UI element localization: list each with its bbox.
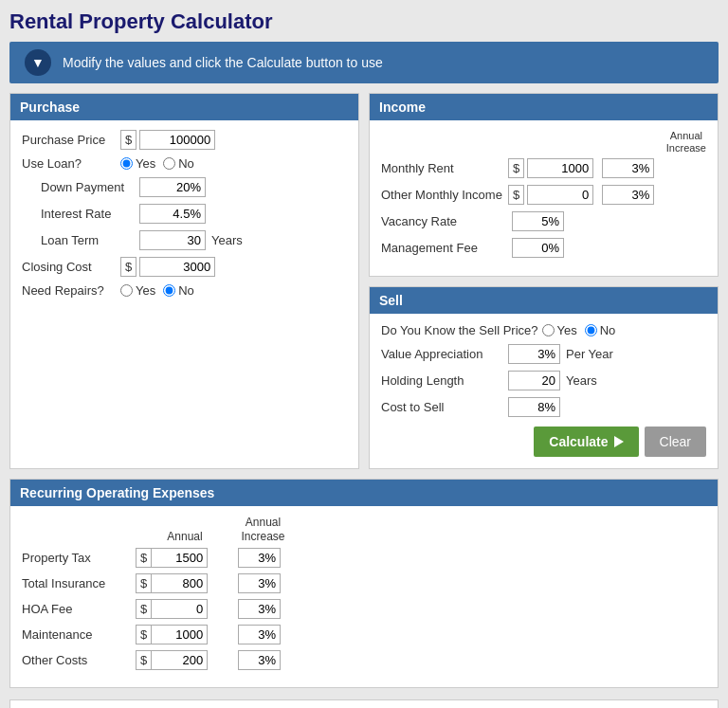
- use-loan-no-text: No: [178, 156, 194, 171]
- expense-row-1: Total Insurance $: [22, 573, 706, 593]
- need-repairs-no-radio[interactable]: [163, 284, 175, 297]
- use-loan-no-radio[interactable]: [163, 157, 175, 170]
- know-sell-price-row: Do You Know the Sell Price? Yes No: [381, 323, 706, 337]
- closing-cost-dollar: $: [120, 257, 136, 277]
- holding-length-suffix: Years: [566, 373, 597, 388]
- cost-to-sell-label: Cost to Sell: [381, 400, 504, 414]
- down-payment-row: Down Payment: [41, 177, 347, 197]
- purchase-price-dollar: $: [120, 130, 136, 150]
- annual-increase-note: AnnualIncrease: [666, 130, 706, 154]
- expense-annual-input-2[interactable]: [151, 599, 208, 619]
- management-fee-row: Management Fee: [381, 238, 706, 258]
- expense-name-4: Other Costs: [22, 653, 136, 667]
- value-appreciation-label: Value Appreciation: [381, 347, 504, 361]
- cost-to-sell-row: Cost to Sell: [381, 397, 706, 417]
- monthly-rent-increase[interactable]: [602, 158, 654, 178]
- monthly-rent-label: Monthly Rent: [381, 161, 504, 175]
- need-repairs-yes-radio[interactable]: [120, 284, 133, 297]
- action-buttons: Calculate Clear: [381, 427, 706, 457]
- expense-annual-input-4[interactable]: [151, 650, 208, 670]
- loan-term-suffix: Years: [211, 233, 243, 247]
- expense-annual-input-0[interactable]: [151, 548, 208, 568]
- need-repairs-row: Need Repairs? Yes No: [22, 283, 347, 298]
- vacancy-rate-input[interactable]: [512, 211, 564, 231]
- play-icon: [614, 436, 624, 447]
- closing-cost-input[interactable]: [139, 257, 215, 277]
- use-loan-yes-label[interactable]: Yes: [120, 156, 155, 171]
- use-loan-row: Use Loan? Yes No: [22, 156, 347, 171]
- value-appreciation-input[interactable]: [508, 344, 560, 364]
- expense-annual-input-1[interactable]: [151, 573, 208, 593]
- clear-button[interactable]: Clear: [645, 427, 706, 457]
- loan-term-input[interactable]: [139, 230, 206, 250]
- monthly-rent-row: Monthly Rent $: [381, 158, 706, 178]
- holding-length-row: Holding Length Years: [381, 371, 706, 390]
- sell-yes-label[interactable]: Yes: [542, 323, 577, 337]
- income-header: Income: [370, 94, 718, 120]
- management-fee-input[interactable]: [512, 238, 564, 258]
- expense-name-0: Property Tax: [22, 551, 136, 565]
- page-title: Rental Property Calculator: [9, 9, 719, 34]
- need-repairs-no-label[interactable]: No: [163, 283, 194, 298]
- expense-increase-input-0[interactable]: [238, 548, 281, 568]
- use-loan-yes-radio[interactable]: [120, 157, 133, 170]
- related-section: Related Investment CalculatorAverage Ret…: [9, 699, 719, 708]
- calculate-button[interactable]: Calculate: [534, 427, 638, 457]
- other-income-dollar: $: [508, 185, 524, 205]
- holding-length-label: Holding Length: [381, 373, 504, 388]
- interest-rate-input[interactable]: [139, 204, 206, 224]
- recurring-expenses-card: Recurring Operating Expenses Annual Annu…: [9, 479, 719, 688]
- annual-col-header: Annual: [137, 530, 232, 543]
- calculate-label: Calculate: [549, 434, 608, 449]
- expense-increase-input-4[interactable]: [238, 650, 281, 670]
- other-income-input[interactable]: [527, 185, 593, 205]
- sell-no-radio[interactable]: [585, 324, 597, 336]
- expense-rows: Property Tax $ Total Insurance $ HOA Fee…: [22, 548, 706, 670]
- holding-length-input[interactable]: [508, 371, 560, 390]
- use-loan-no-label[interactable]: No: [163, 156, 194, 171]
- purchase-card: Purchase Purchase Price $ Use Loan? Yes: [9, 93, 359, 469]
- need-repairs-label: Need Repairs?: [22, 283, 117, 298]
- expense-dollar-0: $: [136, 548, 152, 568]
- purchase-price-input[interactable]: [139, 130, 215, 150]
- info-bar: ▼ Modify the values and click the Calcul…: [9, 42, 719, 83]
- loan-term-label: Loan Term: [41, 233, 136, 247]
- purchase-header: Purchase: [10, 94, 358, 120]
- expense-dollar-3: $: [136, 625, 152, 644]
- expenses-column-headers: Annual AnnualIncrease: [22, 516, 706, 543]
- need-repairs-yes-label[interactable]: Yes: [120, 283, 155, 298]
- need-repairs-yes-text: Yes: [136, 283, 155, 298]
- expense-increase-input-3[interactable]: [238, 625, 281, 644]
- expense-increase-input-2[interactable]: [238, 599, 281, 619]
- expense-dollar-4: $: [136, 650, 152, 670]
- income-card: Income AnnualIncrease Monthly Rent $ Oth…: [369, 93, 719, 277]
- cost-to-sell-input[interactable]: [508, 397, 560, 417]
- expense-dollar-2: $: [136, 599, 152, 619]
- expense-row-4: Other Costs $: [22, 650, 706, 670]
- vacancy-rate-row: Vacancy Rate: [381, 211, 706, 231]
- down-payment-input[interactable]: [139, 177, 206, 197]
- right-column: Income AnnualIncrease Monthly Rent $ Oth…: [369, 93, 719, 469]
- expense-increase-input-1[interactable]: [238, 573, 281, 593]
- sell-card: Sell Do You Know the Sell Price? Yes No: [369, 286, 719, 469]
- dropdown-icon[interactable]: ▼: [25, 49, 51, 76]
- value-appreciation-suffix: Per Year: [566, 347, 613, 361]
- need-repairs-no-text: No: [178, 283, 194, 298]
- expense-annual-input-3[interactable]: [151, 625, 208, 644]
- sell-yes-text: Yes: [557, 323, 577, 337]
- know-sell-price-label: Do You Know the Sell Price?: [381, 323, 538, 337]
- monthly-rent-dollar: $: [508, 158, 524, 178]
- interest-rate-row: Interest Rate: [41, 204, 347, 224]
- purchase-price-label: Purchase Price: [22, 133, 117, 147]
- use-loan-label: Use Loan?: [22, 156, 117, 171]
- monthly-rent-input[interactable]: [527, 158, 593, 178]
- management-fee-label: Management Fee: [381, 241, 504, 255]
- loan-term-row: Loan Term Years: [41, 230, 347, 250]
- sell-no-label[interactable]: No: [585, 323, 616, 337]
- other-income-label: Other Monthly Income: [381, 188, 504, 202]
- other-income-row: Other Monthly Income $: [381, 185, 706, 205]
- vacancy-rate-label: Vacancy Rate: [381, 214, 504, 228]
- annual-increase-col-header: AnnualIncrease: [232, 516, 294, 543]
- other-income-increase[interactable]: [602, 185, 654, 205]
- sell-yes-radio[interactable]: [542, 324, 555, 336]
